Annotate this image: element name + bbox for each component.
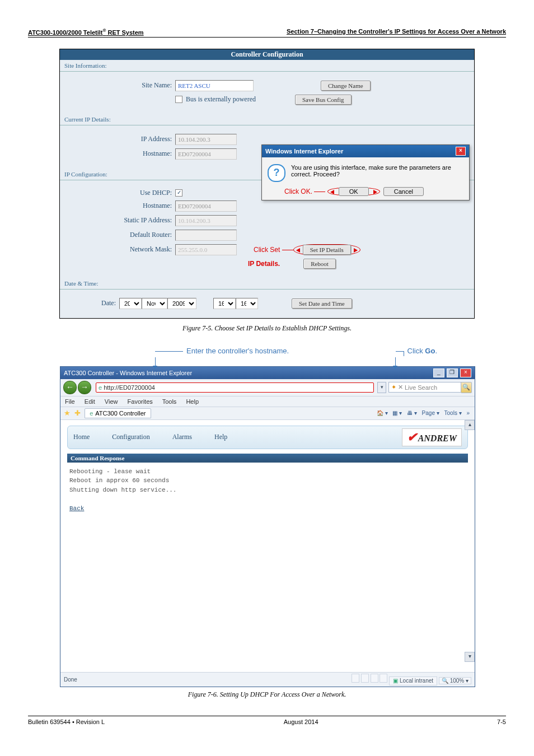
toolbar-icons: 🏠 ▾ ▦ ▾ 🖶 ▾ Page ▾ Tools ▾ » [375,410,471,416]
change-name-button[interactable]: Change Name [321,81,371,91]
minimize-button[interactable]: _ [433,368,444,377]
menu-view[interactable]: View [105,398,118,405]
time-min-select[interactable]: 16 [236,298,258,309]
netmask-field: 255.255.0.0 [175,244,237,255]
figure-7-6-caption: Figure 7-6. Setting Up DHCP For Access O… [28,690,506,699]
footer-bulletin: Bulletin 639544 • Revision L [28,718,105,725]
default-router-field [175,230,237,241]
status-done: Done [64,676,77,683]
annotation-click-ok: Click OK. [284,188,327,195]
question-icon: ? [268,164,285,182]
confirm-dialog-close-button[interactable]: × [456,147,466,156]
back-link[interactable]: Back [69,505,84,512]
browser-menu: File Edit View Favorites Tools Help [60,396,475,407]
time-hour-select[interactable]: 16 [213,298,236,309]
ok-highlight: OK [327,188,380,195]
status-seg-4 [380,674,387,683]
print-icon[interactable]: 🖶 ▾ [407,410,417,416]
bus-powered-label: Bus is externally powered [186,95,256,104]
status-seg-3 [371,674,378,683]
page-header: Section 7–Changing the Controller's IP S… [28,28,506,38]
maximize-button[interactable]: ❐ [447,368,458,377]
footer-date: August 2014 [284,718,318,725]
feed-icon[interactable]: ▦ ▾ [392,410,402,416]
browser-title: ATC300 Controller - Windows Internet Exp… [64,370,192,376]
date-day-select[interactable]: 20 [119,298,142,309]
default-router-label: Default Router: [71,231,175,239]
nav-home[interactable]: Home [73,433,90,441]
menu-help[interactable]: Help [186,398,199,405]
date-month-select[interactable]: Nov [142,298,167,309]
hostname-label: Hostname: [71,150,175,158]
annotation-click-set: Click Set [254,246,293,254]
reboot-button[interactable]: Reboot [303,259,336,269]
browser-window: ATC300 Controller - Windows Internet Exp… [60,366,475,687]
close-button[interactable]: × [460,368,471,377]
date-year-select[interactable]: 2009 [167,298,196,309]
confirm-dialog-text: You are using this interface, make sure … [291,164,463,182]
search-box[interactable]: ✦ ✕ Live Search [388,382,461,393]
nav-configuration[interactable]: Configuration [112,433,149,441]
browser-tab[interactable]: e ATC300 Controller [85,408,151,418]
nav-alarms[interactable]: Alarms [172,433,192,441]
ip-address-label: IP Address: [71,135,175,143]
confirm-ok-button[interactable]: OK [339,187,369,196]
use-dhcp-label: Use DHCP: [71,189,175,197]
figure-7-5-caption: Figure 7-5. Choose Set IP Details to Est… [28,324,506,333]
address-bar[interactable]: e http://ED07200004 [96,382,374,393]
browser-content: ▴ Home Configuration Alarms Help ✔ANDREW… [60,420,475,672]
confirm-cancel-button[interactable]: Cancel [383,187,424,196]
app-nav: Home Configuration Alarms Help ✔ANDREW [67,426,468,449]
search-go-button[interactable]: 🔍 [461,382,472,393]
annotation-enter-hostname: Enter the controller's hostname. [183,347,292,356]
date-time-label: Date & Time: [60,278,474,288]
address-dropdown[interactable]: ▾ [377,382,386,393]
controller-config-title: Controller Configuration [60,49,474,60]
zoom-level[interactable]: 🔍 100% ▾ [439,677,471,684]
status-zone: ▣ Local intranet [389,676,437,685]
menu-favorites[interactable]: Favorites [128,398,153,405]
home-icon[interactable]: 🏠 ▾ [377,410,388,416]
add-favorite-icon[interactable]: ✚ [74,409,81,417]
ip-address-field: 10.104.200.3 [175,134,237,145]
andrew-logo: ✔ANDREW [402,428,462,446]
bus-powered-checkbox[interactable] [175,96,182,103]
scroll-up-icon[interactable]: ▴ [465,420,475,430]
hostname2-label: Hostname: [71,202,175,210]
back-button[interactable]: ← [63,381,77,394]
confirm-dialog-title: Windows Internet Explorer [265,148,343,155]
set-date-time-button[interactable]: Set Date and Time [292,298,352,309]
forward-button[interactable]: → [78,381,91,394]
header-section: Section 7–Changing the Controller's IP S… [287,28,506,35]
hostname-field: ED07200004 [175,148,237,160]
use-dhcp-checkbox[interactable]: ✓ [175,189,182,197]
site-info-label: Site Information: [60,60,474,70]
menu-file[interactable]: File [65,398,75,405]
scroll-down-icon[interactable]: ▾ [465,652,475,662]
confirm-dialog: Windows Internet Explorer × ? You are us… [261,144,470,200]
page-footer: Bulletin 639544 • Revision L August 2014… [28,716,506,725]
static-ip-field: 10.104.200.3 [175,215,237,226]
terminal-output: Rebooting - lease wait Reboot in approx … [67,463,468,518]
status-seg-1 [352,674,359,683]
tools-menu[interactable]: Tools ▾ [444,410,462,416]
set-ip-details-button[interactable]: Set IP Details [303,245,351,255]
menu-edit[interactable]: Edit [85,398,95,405]
nav-help[interactable]: Help [214,433,227,441]
menu-tools[interactable]: Tools [162,398,177,405]
annotation-click-go: Click Click Go.Go. [404,347,441,356]
site-name-input[interactable]: RET2 ASCU [175,80,254,91]
header-product: ATC300-1000/2000 Teletilt® RET System [28,29,144,36]
status-seg-2 [361,674,369,683]
command-response-header: Command Response [67,454,468,463]
site-name-label: Site Name: [71,81,175,90]
save-bus-config-button[interactable]: Save Bus Config [295,95,352,105]
netmask-label: Network Mask: [71,245,175,254]
hostname2-field: ED07200004 [175,200,237,212]
annotation-ip-details: IP Details. [248,260,280,268]
page-menu[interactable]: Page ▾ [422,410,439,416]
controller-config-window: Controller Configuration Site Informatio… [59,49,475,319]
window-controls: _ ❐ × [433,368,471,377]
favorites-star-icon[interactable]: ★ [64,409,71,417]
date-label: Date: [71,299,119,307]
